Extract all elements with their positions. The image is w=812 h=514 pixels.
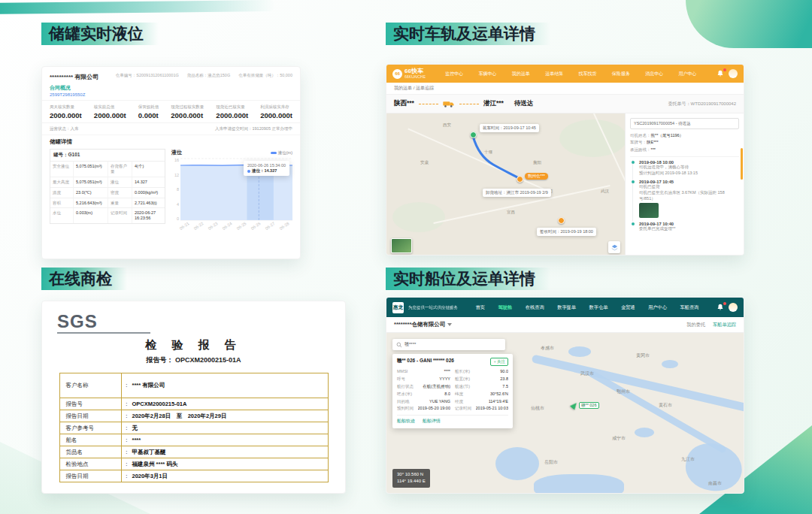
vessel-card-links: 船舶轨迹 船舶详情 <box>397 415 508 425</box>
map-popup-load-time: 装车时间：2019-09-17 10:45 <box>480 124 539 132</box>
stat-label: 周天核实数量 <box>50 104 82 110</box>
vessel-card-header: 赣** 026 - GANI ****** 026 ＋关注 <box>397 358 508 366</box>
x-tick: 06-27 <box>264 221 278 235</box>
route-origin: 陕西*** <box>394 99 414 108</box>
topnav-item[interactable]: 数字提单 <box>557 304 576 311</box>
tank-number: 罐号：G101 <box>50 150 165 162</box>
topnav-item[interactable]: 数字仓单 <box>589 304 608 311</box>
truck-tracking-card: 66 66快车 66KUAICHE 监控中心 车辆中心 我的运单 运单结算 找车… <box>386 64 744 255</box>
tank-contract-number-link[interactable]: 2599T29819550Z <box>50 92 292 97</box>
topnav-item[interactable]: 车船查询 <box>680 304 699 311</box>
bell-icon[interactable] <box>717 304 724 311</box>
field-label: 船长(米) <box>455 368 470 376</box>
tank-stat: 现货近已核实量2000.000t <box>216 104 248 119</box>
chart-tooltip: 2020-06-26 15:34:00 液位：14.327 <box>244 161 289 176</box>
topnav-item[interactable]: 在线查询 <box>526 304 544 311</box>
cell-label: 记录时间 <box>108 208 132 223</box>
stat-value: 2000.000t <box>260 111 292 119</box>
tank-stat: 周天核实数量2000.000t <box>50 104 82 119</box>
field-row: 纬度30°52.6′N <box>455 391 508 398</box>
avatar[interactable] <box>729 303 738 312</box>
row-label: 报告号 <box>60 398 122 410</box>
vehicle-ship-tracking-link[interactable]: 车船单追踪 <box>713 322 736 328</box>
table-row: 报告日期：2020年2月28日 至 2020年2月29日 <box>60 410 328 422</box>
company-selector[interactable]: ********仓储有限公司 <box>394 321 452 328</box>
cell-value: 2020-06-27 16:23:56 <box>132 208 165 223</box>
ship-track-link[interactable]: 船舶轨迹 <box>397 418 415 425</box>
topnav-item[interactable]: 监控中心 <box>445 71 463 77</box>
truck-top-nav-bar: 66 66快车 66KUAICHE 监控中心 车辆中心 我的运单 运单结算 找车… <box>386 65 744 83</box>
topnav-item-active[interactable]: 驾驶舱 <box>498 304 513 311</box>
truck-app-logo[interactable]: 66 66快车 66KUAICHE <box>392 68 426 79</box>
inspection-report-card: SGS 检 验 报 告 报告号： OPCXM2000215-01A 客户名称：*… <box>41 301 346 494</box>
topnav-item[interactable]: 首页 <box>476 304 485 311</box>
topnav-item[interactable]: 金贸通 <box>621 304 635 311</box>
scrollbar-thumb[interactable] <box>741 148 743 180</box>
row-value: 2020年2月28日 至 2020年2月29日 <box>132 413 328 420</box>
tank-stat: 利润后核实库存2000.000t <box>260 104 292 119</box>
table-row: 容积5,216.643(m³)重量2,721.463(t) <box>50 198 165 209</box>
cell-value: 23.0(℃) <box>73 188 108 198</box>
field-label: 记录时间 <box>455 405 471 413</box>
waybill-status: 待送达 <box>514 99 534 108</box>
topnav-item[interactable]: 车辆中心 <box>478 71 496 77</box>
ship-detail-link[interactable]: 船舶详情 <box>423 418 441 425</box>
satellite-layer-toggle[interactable] <box>391 238 412 253</box>
layers-control[interactable] <box>608 241 620 253</box>
warehouse-pin-label[interactable]: 荆州仓*** <box>525 173 548 180</box>
pickup-photo-thumbnail[interactable] <box>639 203 659 218</box>
table-row: 报告号：OPCXM2000215-01A <box>60 398 328 410</box>
field-label: 船宽(米) <box>455 376 470 383</box>
my-consignment-link[interactable]: 我的委托 <box>686 322 705 328</box>
ship-top-nav-bar: 惠龙 为您提供一站式供应链服务 首页 驾驶舱 在线查询 数字提单 数字仓单 金贸… <box>386 298 744 317</box>
section-title-inspection: 在线商检 <box>41 268 127 290</box>
cell-label: 密度 <box>108 188 132 198</box>
topnav-item[interactable]: 用户中心 <box>679 71 697 77</box>
tank-info-table: 罐号：G101 安全液位5,075.051(m³)存货客户量4(个) 最大高度5… <box>50 149 165 224</box>
brand-tagline: 为您提供一站式供应链服务 <box>408 305 458 310</box>
field-value: 90.0 <box>500 368 508 376</box>
bell-icon[interactable] <box>717 70 724 77</box>
x-tick: 06-25 <box>235 221 250 235</box>
breadcrumb[interactable]: 我的运单 / 运单追踪 <box>386 83 744 95</box>
ship-marker[interactable]: 赣** 026 <box>571 402 599 409</box>
avatar[interactable] <box>729 69 738 78</box>
waybill-search-input[interactable]: YSC20190917000054 - 待送达 <box>630 118 739 129</box>
topnav-item[interactable]: 用户中心 <box>648 304 667 311</box>
map-city-label: 咸宁市 <box>612 435 626 442</box>
follow-button[interactable]: ＋关注 <box>490 358 509 366</box>
timeline-item: 2019-09-17 10:45 司机已提货 司机已提至北石油库区 3.67KM… <box>632 180 739 222</box>
logo-circle-icon: 66 <box>392 69 402 79</box>
tank-warehouse-meta: 仓单编号：S2009131206110001G 货品名称：液态危150G 仓单有… <box>116 73 292 78</box>
cell-label: 最大高度 <box>50 177 73 187</box>
tank-status-row: 运营状态：入库 入库申请提交时间：19120905 正常办理中 <box>42 123 300 135</box>
start-marker-icon[interactable] <box>470 132 477 138</box>
ship-map[interactable]: 孝感市 武汉市 黄冈市 鄂州市 黄石市 仙桃市 咸宁市 九江市 南昌市 岳阳市 … <box>386 333 744 494</box>
cell-label: 水位 <box>50 208 73 223</box>
row-label: 客户参考号 <box>60 422 122 434</box>
topnav-item[interactable]: 找车找货 <box>579 71 597 77</box>
topnav-item[interactable]: 我的运单 <box>512 71 530 77</box>
y-tick: 0 <box>171 216 179 221</box>
vessel-search-input[interactable]: 赣**** <box>392 339 505 350</box>
field-row: 航行状态在航(主机推动) <box>397 383 450 391</box>
waypoint-marker-icon[interactable] <box>517 176 523 183</box>
timeline-dot-icon <box>632 222 635 225</box>
topnav-item[interactable]: 消息中心 <box>645 71 663 77</box>
vessel-fields: MMSI**** 呼号YYYY 航行状态在航(主机推动) 吃水(米)8.0 目的… <box>397 368 508 413</box>
truck-map[interactable]: 西安 安康 十堰 襄阳 荆门 宜昌 武汉 重庆 荆州仓*** 装车时间：2019… <box>386 113 625 255</box>
topnav-item[interactable]: 保险服务 <box>612 71 630 77</box>
ship-tracking-card: 惠龙 为您提供一站式供应链服务 首页 驾驶舱 在线查询 数字提单 数字仓单 金贸… <box>386 297 744 494</box>
topnav-item[interactable]: 运单结算 <box>545 71 563 77</box>
colon: ： <box>122 382 132 389</box>
stat-label: 现货近已核实量 <box>216 104 248 110</box>
field-value: 114°19.4′E <box>489 398 508 406</box>
chart-legend[interactable]: 液位(m) <box>271 150 292 156</box>
ship-app-logo[interactable]: 惠龙 <box>392 302 404 313</box>
destination-marker-icon[interactable] <box>558 217 565 224</box>
map-city-label: 鄂州市 <box>617 389 630 395</box>
field-value: YYYY <box>439 376 450 383</box>
colon: ： <box>122 461 132 468</box>
row-label: 船名 <box>60 434 122 446</box>
table-row: 客户参考号：无 <box>60 422 328 434</box>
